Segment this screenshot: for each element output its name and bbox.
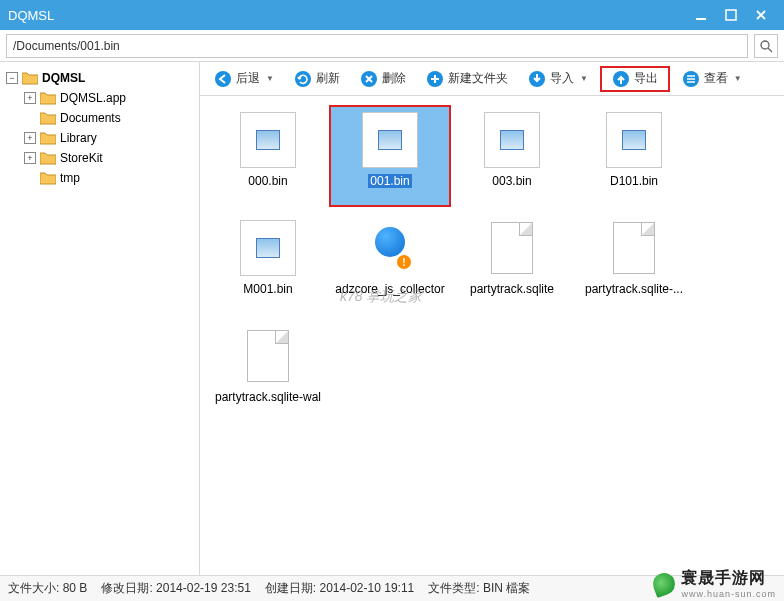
status-ctime: 创建日期: 2014-02-10 19:11 — [265, 580, 414, 597]
svg-rect-0 — [696, 18, 706, 20]
status-mtime: 修改日期: 2014-02-19 23:51 — [101, 580, 250, 597]
expander-icon[interactable]: − — [6, 72, 18, 84]
tree-root-label: DQMSL — [42, 71, 85, 85]
expander-icon — [24, 112, 36, 124]
file-item[interactable]: partytrack.sqlite-wal — [208, 322, 328, 422]
tree-item[interactable]: Documents — [2, 108, 197, 128]
tree-item-label: DQMSL.app — [60, 91, 126, 105]
titlebar: DQMSL — [0, 0, 784, 30]
import-button[interactable]: 导入 ▼ — [522, 68, 594, 90]
toolbar: 后退 ▼ 刷新 删除 新建文件夹 — [200, 62, 784, 96]
file-label: 003.bin — [492, 174, 531, 188]
image-thumb-icon — [484, 112, 540, 168]
tree-item[interactable]: +Library — [2, 128, 197, 148]
delete-label: 删除 — [382, 70, 406, 87]
status-type: 文件类型: BIN 檔案 — [428, 580, 530, 597]
tree-root[interactable]: − DQMSL — [2, 68, 197, 88]
image-thumb-icon — [606, 112, 662, 168]
file-label: M001.bin — [243, 282, 292, 296]
dropdown-icon: ▼ — [266, 74, 274, 83]
expander-icon[interactable]: + — [24, 92, 36, 104]
export-button[interactable]: 导出 — [606, 68, 664, 90]
path-bar — [0, 30, 784, 62]
refresh-icon — [294, 70, 312, 88]
refresh-label: 刷新 — [316, 70, 340, 87]
file-label: 001.bin — [368, 174, 411, 188]
tree-item[interactable]: +StoreKit — [2, 148, 197, 168]
file-item[interactable]: 000.bin — [208, 106, 328, 206]
image-thumb-icon — [240, 112, 296, 168]
back-label: 后退 — [236, 70, 260, 87]
image-thumb-icon — [362, 112, 418, 168]
folder-icon — [40, 111, 56, 125]
file-label: partytrack.sqlite — [470, 282, 554, 296]
file-label: D101.bin — [610, 174, 658, 188]
svg-point-3 — [215, 71, 231, 87]
folder-icon — [40, 91, 56, 105]
file-item[interactable]: M001.bin — [208, 214, 328, 314]
svg-rect-1 — [726, 10, 736, 20]
document-icon — [484, 220, 540, 276]
file-item[interactable]: !adzcore_js_collector — [330, 214, 450, 314]
main-split: − DQMSL +DQMSL.appDocuments+Library+Stor… — [0, 62, 784, 575]
svg-point-2 — [761, 41, 769, 49]
maximize-button[interactable] — [716, 3, 746, 27]
refresh-button[interactable]: 刷新 — [288, 68, 346, 90]
dropdown-icon: ▼ — [580, 74, 588, 83]
file-label: 000.bin — [248, 174, 287, 188]
expander-icon[interactable]: + — [24, 152, 36, 164]
file-item[interactable]: 001.bin — [330, 106, 450, 206]
export-highlight-frame: 导出 — [600, 66, 670, 92]
new-folder-button[interactable]: 新建文件夹 — [420, 68, 514, 90]
file-item[interactable]: D101.bin — [574, 106, 694, 206]
watermark-url: www.huan-sun.com — [681, 589, 776, 599]
import-icon — [528, 70, 546, 88]
file-item[interactable]: partytrack.sqlite-... — [574, 214, 694, 314]
expander-icon — [24, 172, 36, 184]
search-button[interactable] — [754, 34, 778, 58]
new-folder-icon — [426, 70, 444, 88]
file-grid[interactable]: 000.bin001.bin003.binD101.binM001.bin!ad… — [200, 96, 784, 575]
expander-icon[interactable]: + — [24, 132, 36, 144]
tree-item[interactable]: +DQMSL.app — [2, 88, 197, 108]
image-thumb-icon — [240, 220, 296, 276]
tree-item-label: Documents — [60, 111, 121, 125]
delete-icon — [360, 70, 378, 88]
folder-icon — [40, 131, 56, 145]
file-label: partytrack.sqlite-... — [585, 282, 683, 296]
collector-icon: ! — [362, 220, 418, 276]
document-icon — [240, 328, 296, 384]
path-input[interactable] — [6, 34, 748, 58]
minimize-button[interactable] — [686, 3, 716, 27]
status-bar: 文件大小: 80 B 修改日期: 2014-02-19 23:51 创建日期: … — [0, 575, 784, 601]
export-icon — [612, 70, 630, 88]
folder-icon — [22, 71, 38, 85]
import-label: 导入 — [550, 70, 574, 87]
search-icon — [759, 39, 773, 53]
status-size: 文件大小: 80 B — [8, 580, 87, 597]
view-button[interactable]: 查看 ▼ — [676, 68, 748, 90]
window-title: DQMSL — [8, 8, 686, 23]
tree-item[interactable]: tmp — [2, 168, 197, 188]
view-icon — [682, 70, 700, 88]
new-folder-label: 新建文件夹 — [448, 70, 508, 87]
file-label: partytrack.sqlite-wal — [215, 390, 321, 404]
close-button[interactable] — [746, 3, 776, 27]
view-label: 查看 — [704, 70, 728, 87]
file-item[interactable]: 003.bin — [452, 106, 572, 206]
dropdown-icon: ▼ — [734, 74, 742, 83]
file-item[interactable]: partytrack.sqlite — [452, 214, 572, 314]
back-button[interactable]: 后退 ▼ — [208, 68, 280, 90]
tree-item-label: tmp — [60, 171, 80, 185]
back-icon — [214, 70, 232, 88]
folder-icon — [40, 151, 56, 165]
document-icon — [606, 220, 662, 276]
folder-tree: − DQMSL +DQMSL.appDocuments+Library+Stor… — [0, 62, 200, 575]
delete-button[interactable]: 删除 — [354, 68, 412, 90]
export-label: 导出 — [634, 70, 658, 87]
window-controls — [686, 3, 776, 27]
tree-item-label: StoreKit — [60, 151, 103, 165]
tree-item-label: Library — [60, 131, 97, 145]
content-pane: 后退 ▼ 刷新 删除 新建文件夹 — [200, 62, 784, 575]
folder-icon — [40, 171, 56, 185]
